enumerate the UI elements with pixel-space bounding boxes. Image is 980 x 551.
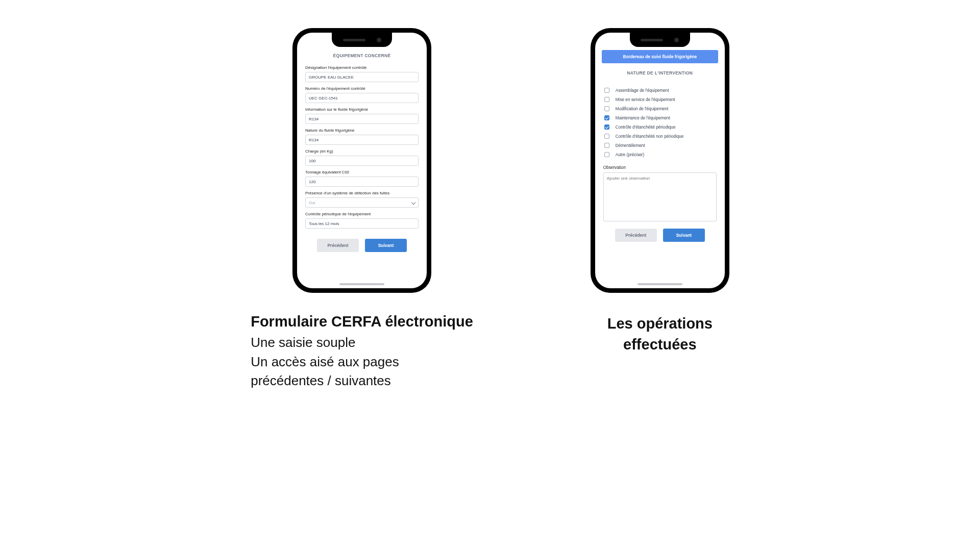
- phone-frame-right: Bordereau de suivi fluide frigorigène NA…: [591, 28, 729, 293]
- option-label: Maintenance de l'équipement: [616, 116, 670, 120]
- label-nature-fluide: Nature du fluide frigorigène: [305, 128, 419, 133]
- nav-buttons-right: Précédent Suivant: [603, 229, 717, 242]
- intervention-option[interactable]: Modification de l'équipement: [603, 104, 717, 113]
- input-designation[interactable]: [305, 72, 419, 82]
- input-tonnage[interactable]: [305, 177, 419, 187]
- intervention-option[interactable]: Contrôle d'étanchéité périodique: [603, 122, 717, 132]
- checkbox-icon[interactable]: [604, 106, 609, 111]
- page-banner: Bordereau de suivi fluide frigorigène: [602, 50, 718, 63]
- nav-buttons-left: Précédent Suivant: [305, 239, 419, 252]
- observation-label: Observation: [603, 165, 717, 170]
- intervention-option[interactable]: Contrôle d'étanchéité non périodique: [603, 132, 717, 141]
- option-label: Contrôle d'étanchéité périodique: [616, 125, 676, 130]
- option-label: Mise en service de l'équipement: [616, 97, 675, 102]
- left-column: ÉQUIPEMENT CONCERNÉ Désignation l'équipe…: [251, 28, 473, 391]
- label-numero: Numéro de l'équipement contrôlé: [305, 86, 419, 91]
- label-tonnage: Tonnage équivalent C02: [305, 170, 419, 174]
- caption-line-3: précédentes / suivantes: [251, 371, 473, 391]
- field-numero: Numéro de l'équipement contrôlé: [305, 86, 419, 103]
- intervention-option[interactable]: Autre (préciser): [603, 150, 717, 159]
- intervention-option[interactable]: Maintenance de l'équipement: [603, 113, 717, 122]
- phone-frame-left: ÉQUIPEMENT CONCERNÉ Désignation l'équipe…: [292, 28, 431, 293]
- field-nature-fluide: Nature du fluide frigorigène: [305, 128, 419, 145]
- speaker-icon: [343, 39, 365, 41]
- observation-block: Observation: [603, 165, 717, 222]
- field-designation: Désignation l'équipement contrôlé: [305, 65, 419, 82]
- checkbox-icon[interactable]: [604, 134, 609, 139]
- caption-title-right-1: Les opérations: [607, 315, 713, 332]
- checkbox-icon[interactable]: [604, 143, 609, 148]
- speaker-icon: [641, 39, 663, 41]
- caption-title-right-2: effectuées: [623, 336, 696, 353]
- section-title-intervention: NATURE DE L'INTERVENTION: [603, 70, 717, 76]
- phone-screen-left: ÉQUIPEMENT CONCERNÉ Désignation l'équipe…: [297, 33, 427, 288]
- camera-icon: [377, 38, 381, 42]
- input-nature-fluide[interactable]: [305, 135, 419, 145]
- caption-right: Les opérations effectuées: [607, 313, 713, 358]
- input-charge[interactable]: [305, 156, 419, 166]
- prev-button[interactable]: Précédent: [615, 229, 657, 242]
- label-detection: Présence d'un système de détection des f…: [305, 191, 419, 195]
- option-label: Démentèlement: [616, 143, 645, 148]
- prev-button[interactable]: Précédent: [317, 239, 359, 252]
- home-indicator-icon: [638, 283, 682, 285]
- chevron-down-icon: [412, 201, 415, 204]
- field-controle: Contrôle périodique de l'équipement: [305, 212, 419, 229]
- option-label: Modification de l'équipement: [616, 107, 669, 111]
- intervention-option[interactable]: Assemblage de l'équipement: [603, 86, 717, 95]
- next-button[interactable]: Suivant: [663, 229, 705, 242]
- phone-screen-right: Bordereau de suivi fluide frigorigène NA…: [595, 33, 725, 288]
- observation-textarea[interactable]: [603, 172, 717, 221]
- caption-left: Formulaire CERFA électronique Une saisie…: [251, 313, 473, 391]
- label-info-fluide: Information sur le fluide frigorigène: [305, 107, 419, 112]
- option-label: Contrôle d'étanchéité non périodique: [616, 134, 684, 139]
- option-label: Autre (préciser): [616, 153, 644, 157]
- phone-notch: [630, 33, 690, 47]
- field-info-fluide: Information sur le fluide frigorigène: [305, 107, 419, 124]
- checkbox-icon[interactable]: [604, 88, 609, 93]
- right-column: Bordereau de suivi fluide frigorigène NA…: [591, 28, 729, 358]
- field-tonnage: Tonnage équivalent C02: [305, 170, 419, 187]
- form-equipment: ÉQUIPEMENT CONCERNÉ Désignation l'équipe…: [297, 33, 427, 288]
- home-indicator-icon: [339, 283, 384, 285]
- option-label: Assemblage de l'équipement: [616, 88, 669, 93]
- checkbox-icon[interactable]: [604, 115, 609, 120]
- checkbox-icon[interactable]: [604, 152, 609, 157]
- input-numero[interactable]: [305, 93, 419, 103]
- checkbox-icon[interactable]: [604, 97, 609, 102]
- form-intervention: Bordereau de suivi fluide frigorigène NA…: [595, 33, 725, 288]
- next-button[interactable]: Suivant: [365, 239, 407, 252]
- phone-notch: [332, 33, 392, 47]
- input-controle[interactable]: [305, 218, 419, 229]
- label-designation: Désignation l'équipement contrôlé: [305, 65, 419, 70]
- label-charge: Charge (en Kg): [305, 149, 419, 154]
- field-charge: Charge (en Kg): [305, 149, 419, 166]
- caption-line-2: Un accès aisé aux pages: [251, 353, 473, 372]
- select-detection[interactable]: [305, 197, 419, 208]
- caption-title-left: Formulaire CERFA électronique: [251, 313, 473, 330]
- intervention-option[interactable]: Démentèlement: [603, 141, 717, 150]
- camera-icon: [674, 38, 679, 42]
- caption-line-1: Une saisie souple: [251, 333, 473, 353]
- intervention-options: Assemblage de l'équipementMise en servic…: [603, 86, 717, 159]
- checkbox-icon[interactable]: [604, 124, 609, 130]
- input-info-fluide[interactable]: [305, 114, 419, 124]
- label-controle: Contrôle périodique de l'équipement: [305, 212, 419, 216]
- intervention-option[interactable]: Mise en service de l'équipement: [603, 95, 717, 104]
- field-detection: Présence d'un système de détection des f…: [305, 191, 419, 208]
- section-title-equipment: ÉQUIPEMENT CONCERNÉ: [305, 53, 419, 58]
